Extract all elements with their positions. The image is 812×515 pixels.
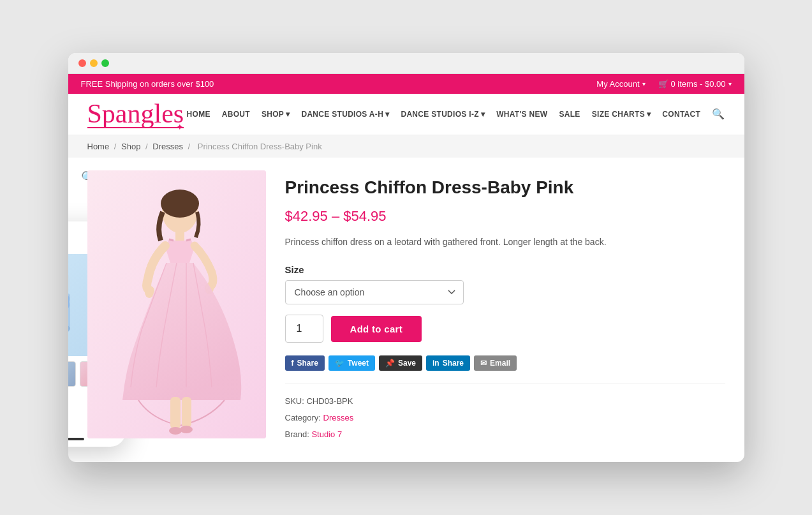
- social-share: f Share 🐦 Tweet 📌 Save in Share ✉ Em: [285, 355, 725, 371]
- breadcrumb-sep-3: /: [188, 142, 193, 151]
- share-linkedin-button[interactable]: in Share: [426, 355, 470, 371]
- nav-sale[interactable]: SALE: [559, 110, 580, 119]
- save-icon: 📌: [385, 359, 395, 368]
- share-twitter-button[interactable]: 🐦 Tweet: [328, 355, 375, 371]
- product-meta: SKU: CHD03-BPK Category: Dresses Brand: …: [285, 384, 725, 443]
- shop-chevron-icon: ▾: [286, 110, 290, 119]
- nav-size-charts[interactable]: SIZE CHARTS ▾: [592, 110, 651, 119]
- my-account-button[interactable]: My Account ▾: [596, 79, 645, 89]
- svg-point-9: [161, 190, 199, 218]
- cart-button[interactable]: 🛒 0 items - $0.00 ▾: [658, 79, 732, 89]
- svg-rect-16: [182, 397, 191, 428]
- sku-row: SKU: CHD03-BPK: [285, 393, 725, 410]
- nav-home[interactable]: HOME: [187, 110, 210, 119]
- breadcrumb-sep-2: /: [145, 142, 150, 151]
- nav-about[interactable]: ABOUT: [222, 110, 250, 119]
- logo-text: Spangles: [87, 100, 184, 127]
- category-row: Category: Dresses: [285, 410, 725, 426]
- breadcrumb-home[interactable]: Home: [87, 142, 110, 151]
- main-content: Spangles 🔍 ☰ 🔍: [68, 158, 744, 463]
- svg-point-13: [145, 287, 154, 298]
- nav-dance-iz[interactable]: DANCE STUDIOS I-Z ▾: [401, 110, 485, 119]
- nav-search-icon[interactable]: 🔍: [712, 108, 725, 120]
- nav-dance-ah[interactable]: DANCE STUDIOS A-H ▾: [301, 110, 389, 119]
- twitter-icon: 🐦: [335, 359, 344, 368]
- sku-label: SKU:: [285, 396, 304, 406]
- svg-point-18: [180, 426, 193, 433]
- size-charts-chevron-icon: ▾: [647, 110, 651, 119]
- brand-link[interactable]: Studio 7: [311, 429, 342, 439]
- breadcrumb: Home / Shop / Dresses / Princess Chiffon…: [68, 135, 744, 158]
- browser-dot-yellow[interactable]: [90, 59, 98, 67]
- dance-ah-chevron-icon: ▾: [385, 110, 389, 119]
- mobile-home-indicator: [68, 438, 84, 440]
- svg-point-0: [68, 269, 70, 297]
- quantity-input[interactable]: [285, 315, 323, 343]
- svg-line-12: [186, 239, 191, 241]
- site-header: Spangles ✦ HOME ABOUT SHOP ▾ DANCE STUDI…: [68, 94, 744, 135]
- logo-star-icon: ✦: [176, 122, 184, 132]
- facebook-icon: f: [292, 359, 294, 368]
- svg-point-17: [169, 427, 182, 435]
- product-main-image[interactable]: [87, 170, 266, 438]
- product-price: $42.95 – $54.95: [285, 208, 725, 225]
- nav-shop[interactable]: SHOP ▾: [262, 110, 290, 119]
- size-select[interactable]: Choose an option XS S M L XL: [285, 280, 464, 304]
- breadcrumb-shop[interactable]: Shop: [121, 142, 140, 151]
- share-email-button[interactable]: ✉ Email: [474, 355, 517, 371]
- cart-label: 0 items - $0.00: [671, 79, 726, 89]
- cart-icon: 🛒: [658, 79, 668, 89]
- product-description: Princess chiffon dress on a leotard with…: [285, 235, 725, 249]
- sku-value: CHD03-BPK: [306, 396, 353, 406]
- browser-window: FREE Shipping on orders over $100 My Acc…: [68, 53, 744, 463]
- brand-label: Brand:: [285, 429, 309, 439]
- browser-dot-red[interactable]: [78, 59, 86, 67]
- category-link[interactable]: Dresses: [323, 413, 354, 422]
- product-details: Princess Chiffon Dress-Baby Pink $42.95 …: [285, 170, 725, 444]
- product-title: Princess Chiffon Dress-Baby Pink: [285, 177, 725, 198]
- product-dress-svg: [87, 170, 266, 438]
- browser-titlebar: [68, 53, 744, 74]
- top-bar: FREE Shipping on orders over $100 My Acc…: [68, 74, 744, 94]
- share-save-button[interactable]: 📌 Save: [379, 355, 422, 371]
- breadcrumb-current: Princess Chiffon Dress-Baby Pink: [198, 142, 322, 151]
- brand-row: Brand: Studio 7: [285, 426, 725, 443]
- nav-contact[interactable]: CONTACT: [662, 110, 700, 119]
- linkedin-icon: in: [432, 359, 439, 368]
- browser-dot-green[interactable]: [101, 59, 109, 67]
- category-label: Category:: [285, 413, 321, 422]
- logo-underline: ✦: [87, 127, 184, 128]
- svg-rect-15: [170, 397, 181, 429]
- size-label: Size: [285, 264, 725, 275]
- shipping-notice: FREE Shipping on orders over $100: [81, 79, 214, 89]
- share-facebook-button[interactable]: f Share: [285, 355, 325, 371]
- main-nav: HOME ABOUT SHOP ▾ DANCE STUDIOS A-H ▾ DA…: [187, 108, 725, 120]
- breadcrumb-sep-1: /: [114, 142, 119, 151]
- mobile-thumb-3[interactable]: [68, 361, 76, 387]
- dance-iz-chevron-icon: ▾: [481, 110, 485, 119]
- svg-line-11: [169, 239, 173, 241]
- account-label: My Account: [596, 79, 639, 89]
- add-to-cart-button[interactable]: Add to cart: [331, 316, 422, 342]
- product-image-area: 🔍: [87, 170, 266, 444]
- logo[interactable]: Spangles ✦: [87, 100, 184, 128]
- add-to-cart-row: Add to cart: [285, 315, 725, 343]
- cart-chevron-icon: ▾: [728, 80, 732, 87]
- breadcrumb-dresses[interactable]: Dresses: [152, 142, 183, 151]
- email-icon: ✉: [480, 359, 487, 368]
- account-chevron-icon: ▾: [642, 80, 646, 87]
- nav-whats-new[interactable]: WHAT'S NEW: [496, 110, 547, 119]
